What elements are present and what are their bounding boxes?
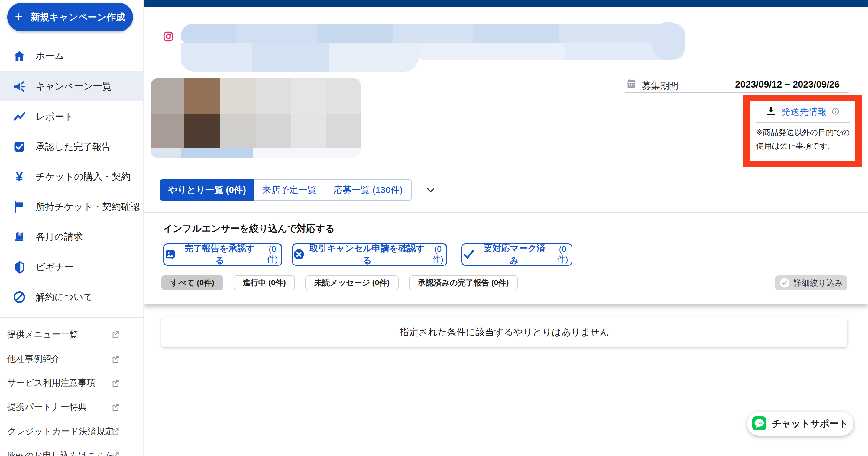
sidebar-item-label: 承認した完了報告 [36, 140, 111, 153]
sidebar-item-label: キャンペーン一覧 [36, 80, 112, 93]
empty-state-card: 指定された条件に該当するやりとりはありません [161, 317, 847, 347]
sidebar-external-link[interactable]: サービス利用注意事項 [0, 371, 144, 395]
campaign-detail-card: 募集期間 2023/09/12 ~ 2023/09/26 発送先情報 [144, 7, 868, 304]
recruitment-period-label: 募集期間 [642, 80, 678, 92]
sidebar-external-link[interactable]: クレジットカード決済規定 [0, 420, 144, 444]
sidebar-link-label: 他社事例紹介 [7, 353, 60, 365]
new-campaign-label: 新規キャンペーン作成 [31, 11, 125, 24]
flag-icon [12, 200, 27, 214]
sidebar-external-link[interactable]: 提携パートナー特典 [0, 395, 144, 419]
app-root: + 新規キャンペーン作成 ホーム キャンペーン一覧 レポート [0, 0, 868, 456]
sidebar-item-cancellation[interactable]: 解約について [0, 282, 144, 312]
external-link-icon [111, 330, 120, 339]
main-content: 募集期間 2023/09/12 ~ 2023/09/26 発送先情報 [144, 0, 868, 456]
invoice-icon [12, 229, 27, 244]
action-required-marked-button[interactable]: 要対応マーク済み (0件) [461, 243, 572, 266]
chat-support-label: チャットサポート [772, 417, 848, 430]
sidebar-item-beginner[interactable]: ビギナー [0, 252, 144, 282]
sidebar-item-label: ビギナー [36, 261, 74, 273]
sidebar-link-label: 提供メニュー一覧 [7, 329, 78, 340]
status-filter-chip[interactable]: 承認済みの完了報告 (0件) [409, 275, 518, 290]
status-filter-chip[interactable]: すべて (0件) [161, 275, 223, 290]
divider [625, 92, 849, 93]
detail-filter-label: 詳細絞り込み [793, 278, 843, 288]
top-nav-bar [144, 0, 868, 7]
redacted-campaign-image [253, 148, 361, 158]
new-campaign-button[interactable]: + 新規キャンペーン作成 [7, 3, 133, 31]
sidebar-link-label: クレジットカード決済規定 [7, 425, 114, 437]
shipping-info-annotation-box: 発送先情報 ※商品発送以外の目的での 使用は禁止事項です。 [743, 95, 862, 167]
external-link-icon [111, 378, 120, 388]
plus-icon: + [15, 10, 23, 23]
status-filter-chip[interactable]: 未読メッセージ (0件) [305, 275, 399, 290]
confirm-cancel-request-button[interactable]: 取引キャンセル申請を確認する (0件) [292, 243, 447, 266]
sidebar-divider [0, 317, 144, 318]
sidebar: + 新規キャンペーン作成 ホーム キャンペーン一覧 レポート [0, 0, 144, 456]
chart-icon [12, 109, 27, 124]
sidebar-item-home[interactable]: ホーム [0, 41, 144, 71]
svg-text:LINE: LINE [755, 421, 763, 425]
external-link-icon [111, 427, 120, 436]
tab-visit-schedule[interactable]: 来店予定一覧 [254, 180, 325, 200]
tab-interactions[interactable]: やりとり一覧 (0件) [160, 180, 254, 200]
redacted-campaign-title [652, 22, 685, 60]
empty-state-message: 指定された条件に該当するやりとりはありません [400, 326, 609, 338]
status-filter-chips: すべて (0件)進行中 (0件)未読メッセージ (0件)承認済みの完了報告 (0… [161, 275, 518, 290]
status-filter-chip[interactable]: 進行中 (0件) [234, 275, 295, 290]
beginner-icon [12, 260, 27, 274]
download-icon [766, 106, 776, 118]
chat-support-button[interactable]: LINE チャットサポート [747, 412, 854, 436]
shipping-info-link[interactable]: 発送先情報 [781, 106, 827, 118]
detail-filter-button[interactable]: 詳細絞り込み [775, 275, 847, 290]
circle-check-icon [779, 278, 790, 288]
redacted-campaign-image [151, 78, 361, 148]
approve-completion-report-button[interactable]: 完了報告を承認する (0件) [163, 243, 282, 266]
shipping-note-line1: ※商品発送以外の目的での [756, 126, 855, 139]
sidebar-external-link[interactable]: 他社事例紹介 [0, 347, 144, 371]
x-circle-icon [293, 248, 305, 261]
instagram-icon [163, 31, 174, 42]
sidebar-item-label: 解約について [36, 291, 93, 303]
sidebar-item-approved-reports[interactable]: 承認した完了報告 [0, 132, 144, 162]
info-icon[interactable] [831, 107, 840, 117]
sidebar-item-owned-tickets[interactable]: 所持チケット・契約確認 [0, 192, 144, 222]
sidebar-external-link[interactable]: likesのお申し込みはこちら [0, 444, 144, 456]
sidebar-item-ticket-purchase[interactable]: ¥ チケットの購入・契約 [0, 162, 144, 192]
sidebar-link-label: 提携パートナー特典 [7, 401, 87, 413]
sidebar-link-label: サービス利用注意事項 [7, 377, 95, 389]
sidebar-item-label: ホーム [36, 50, 64, 62]
cancel-icon [12, 290, 27, 304]
divider [144, 212, 868, 213]
external-link-icon [111, 402, 120, 412]
sidebar-item-label: チケットの購入・契約 [36, 170, 130, 183]
redacted-campaign-image [181, 148, 253, 158]
sidebar-item-label: レポート [36, 110, 74, 123]
redacted-campaign-title [181, 43, 419, 72]
home-icon [12, 48, 27, 63]
chevron-down-icon[interactable] [425, 185, 436, 196]
redacted-campaign-title [419, 43, 685, 60]
filter-heading: インフルエンサーを絞り込んで対応する [163, 222, 335, 235]
divider [755, 122, 849, 123]
calendar-icon [626, 78, 637, 89]
line-icon: LINE [752, 416, 767, 431]
check-icon [462, 249, 475, 261]
external-link-icon [111, 451, 120, 456]
sidebar-link-label: likesのお申し込みはこちら [7, 450, 114, 456]
shipping-note-line2: 使用は禁止事項です。 [756, 139, 855, 153]
megaphone-icon [12, 79, 27, 94]
sidebar-item-campaigns[interactable]: キャンペーン一覧 [0, 71, 144, 101]
yen-icon: ¥ [12, 169, 27, 184]
sidebar-item-label: 各月の請求 [36, 230, 83, 243]
recruitment-period-value: 2023/09/12 ~ 2023/09/26 [735, 79, 840, 90]
campaign-tabs: やりとり一覧 (0件) 来店予定一覧 応募一覧 (130件) [160, 180, 412, 200]
redacted-campaign-image [151, 148, 181, 158]
sidebar-external-link[interactable]: 提供メニュー一覧 [0, 323, 144, 347]
photo-check-icon [164, 248, 176, 261]
sidebar-item-report[interactable]: レポート [0, 101, 144, 132]
redacted-campaign-title [181, 24, 685, 44]
tab-applications[interactable]: 応募一覧 (130件) [325, 180, 412, 200]
sidebar-item-monthly-billing[interactable]: 各月の請求 [0, 222, 144, 252]
external-link-icon [111, 354, 120, 364]
checkbox-icon [12, 139, 27, 154]
